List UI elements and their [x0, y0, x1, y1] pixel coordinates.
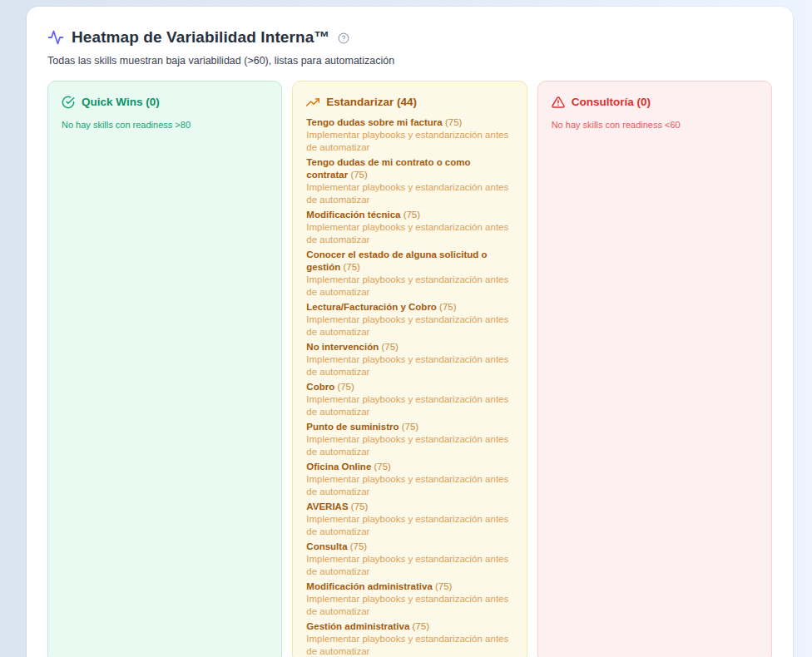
- skill-item: Lectura/Facturación y Cobro (75) Impleme…: [306, 301, 512, 338]
- skill-name: AVERIAS (75): [306, 501, 512, 513]
- skill-note: Implementar playbooks y estandarización …: [306, 353, 512, 378]
- consultoria-heading: Consultoría (0): [552, 95, 758, 109]
- skill-score: (75): [374, 462, 391, 472]
- skill-name: Conocer el estado de alguna solicitud o …: [306, 249, 512, 274]
- skill-note: Implementar playbooks y estandarización …: [306, 473, 512, 498]
- skill-item: Tengo dudas de mi contrato o como contra…: [306, 156, 512, 206]
- skill-note: Implementar playbooks y estandarización …: [306, 553, 512, 578]
- skill-name: Modificación administrativa (75): [306, 580, 512, 593]
- skill-score: (75): [351, 501, 368, 511]
- estandarizar-heading: Estandarizar (44): [306, 95, 512, 109]
- skill-item: Conocer el estado de alguna solicitud o …: [306, 249, 512, 299]
- skill-note: Implementar playbooks y estandarización …: [306, 593, 512, 618]
- skill-name: Tengo dudas sobre mi factura (75): [306, 116, 512, 129]
- skill-item: Cobro (75) Implementar playbooks y estan…: [306, 381, 512, 418]
- skill-score: (75): [381, 342, 398, 352]
- quick-wins-empty-message: No hay skills con readiness >80: [62, 119, 268, 131]
- quick-wins-heading: Quick Wins (0): [62, 95, 268, 109]
- check-circle-icon: [62, 96, 75, 109]
- skill-item: Punto de suministro (75) Implementar pla…: [306, 421, 512, 458]
- skill-score: (75): [350, 170, 367, 180]
- skill-item: Tengo dudas sobre mi factura (75) Implem…: [306, 116, 512, 154]
- quick-wins-panel: Quick Wins (0) No hay skills con readine…: [47, 81, 282, 657]
- skill-item: AVERIAS (75) Implementar playbooks y est…: [306, 501, 512, 538]
- help-circle-icon[interactable]: [338, 32, 349, 44]
- skill-note: Implementar playbooks y estandarización …: [306, 513, 512, 538]
- skill-name: Cobro (75): [306, 381, 512, 393]
- card-header: Heatmap de Variabilidad Interna™: [47, 28, 772, 47]
- skill-name: Tengo dudas de mi contrato o como contra…: [306, 156, 512, 181]
- skill-score: (75): [439, 302, 456, 312]
- skill-note: Implementar playbooks y estandarización …: [306, 433, 512, 458]
- skill-score: (75): [343, 262, 359, 272]
- activity-icon: [47, 29, 64, 46]
- skill-score: (75): [402, 422, 418, 432]
- quick-wins-label: Quick Wins (0): [82, 95, 160, 109]
- skill-score: (75): [445, 117, 462, 127]
- consultoria-panel: Consultoría (0) No hay skills con readin…: [537, 81, 772, 657]
- skill-note: Implementar playbooks y estandarización …: [306, 181, 512, 206]
- skill-item: Gestión administrativa (75) Implementar …: [306, 620, 512, 657]
- skill-note: Implementar playbooks y estandarización …: [306, 129, 512, 154]
- skill-item: Modificación administrativa (75) Impleme…: [306, 580, 512, 618]
- skill-score: (75): [413, 621, 429, 631]
- skill-name: Punto de suministro (75): [306, 421, 512, 433]
- estandarizar-panel: Estandarizar (44) Tengo dudas sobre mi f…: [292, 81, 527, 657]
- skill-note: Implementar playbooks y estandarización …: [306, 314, 512, 338]
- skill-score: (75): [404, 210, 420, 220]
- skill-score: (75): [435, 581, 452, 591]
- skill-item: No intervención (75) Implementar playboo…: [306, 341, 512, 378]
- skill-name: Consulta (75): [306, 541, 512, 553]
- heatmap-columns: Quick Wins (0) No hay skills con readine…: [47, 81, 772, 657]
- skill-note: Implementar playbooks y estandarización …: [306, 274, 512, 299]
- consultoria-empty-message: No hay skills con readiness <60: [552, 119, 758, 131]
- page-title: Heatmap de Variabilidad Interna™: [72, 28, 329, 47]
- skill-item: Oficina Online (75) Implementar playbook…: [306, 461, 512, 498]
- skill-note: Implementar playbooks y estandarización …: [306, 393, 512, 418]
- skill-note: Implementar playbooks y estandarización …: [306, 633, 512, 657]
- skill-name: Gestión administrativa (75): [306, 620, 512, 633]
- skill-name: Oficina Online (75): [306, 461, 512, 473]
- estandarizar-label: Estandarizar (44): [326, 95, 417, 109]
- skill-name: No intervención (75): [306, 341, 512, 353]
- skill-score: (75): [350, 541, 367, 551]
- page-subtitle: Todas las skills muestran baja variabili…: [47, 55, 772, 67]
- skill-name: Lectura/Facturación y Cobro (75): [306, 301, 512, 314]
- alert-triangle-icon: [552, 96, 565, 109]
- skill-name: Modificación técnica (75): [306, 209, 512, 221]
- skill-score: (75): [337, 382, 354, 392]
- skill-note: Implementar playbooks y estandarización …: [306, 221, 512, 246]
- trending-up-icon: [306, 96, 319, 109]
- consultoria-label: Consultoría (0): [572, 95, 651, 109]
- skill-item: Consulta (75) Implementar playbooks y es…: [306, 541, 512, 578]
- skill-list[interactable]: Tengo dudas sobre mi factura (75) Implem…: [306, 116, 512, 657]
- skill-item: Modificación técnica (75) Implementar pl…: [306, 209, 512, 246]
- heatmap-card: Heatmap de Variabilidad Interna™ Todas l…: [27, 7, 793, 657]
